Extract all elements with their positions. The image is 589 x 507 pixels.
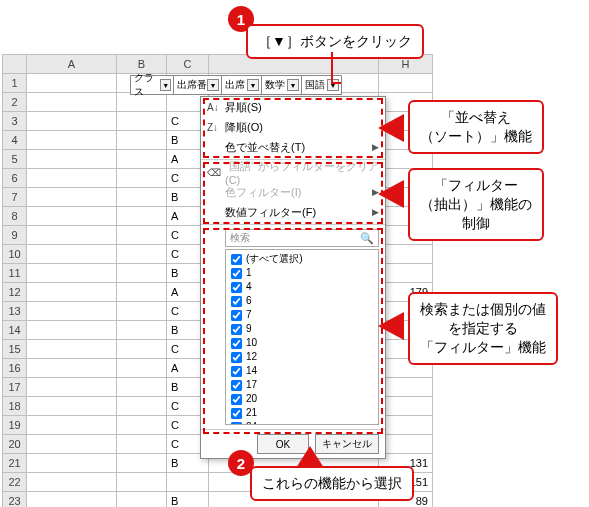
cell[interactable]: [117, 150, 167, 169]
cell[interactable]: [379, 74, 433, 93]
row-header[interactable]: 13: [3, 302, 27, 321]
row-header[interactable]: 17: [3, 378, 27, 397]
cell[interactable]: [27, 283, 117, 302]
row-header[interactable]: 2: [3, 93, 27, 112]
cell[interactable]: [117, 416, 167, 435]
cell[interactable]: [27, 435, 117, 454]
cell[interactable]: [117, 435, 167, 454]
filter-dropdown-button[interactable]: ▼: [247, 79, 259, 91]
cell[interactable]: [117, 340, 167, 359]
cell[interactable]: [27, 207, 117, 226]
row-header[interactable]: 1: [3, 74, 27, 93]
cell[interactable]: [117, 454, 167, 473]
cell[interactable]: [27, 397, 117, 416]
row-header[interactable]: 10: [3, 245, 27, 264]
row-header[interactable]: 15: [3, 340, 27, 359]
cell[interactable]: [27, 264, 117, 283]
filter-check-item[interactable]: 17: [230, 378, 374, 392]
sort-by-color[interactable]: 色で並べ替え(T) ▶: [201, 137, 385, 157]
cell[interactable]: [117, 283, 167, 302]
filter-dropdown-button[interactable]: ▼: [287, 79, 299, 91]
filter-check-item[interactable]: (すべて選択): [230, 252, 374, 266]
cell[interactable]: [117, 492, 167, 508]
cancel-button[interactable]: キャンセル: [315, 434, 379, 454]
select-all-corner[interactable]: [3, 55, 27, 74]
cell[interactable]: [27, 93, 117, 112]
cell[interactable]: [379, 435, 433, 454]
cell[interactable]: [117, 188, 167, 207]
cell[interactable]: [27, 245, 117, 264]
cell[interactable]: [27, 340, 117, 359]
cell[interactable]: [117, 264, 167, 283]
filter-search-input[interactable]: 検索 🔍: [225, 229, 379, 247]
cell[interactable]: [27, 378, 117, 397]
cell[interactable]: [27, 188, 117, 207]
cell[interactable]: [27, 416, 117, 435]
cell[interactable]: [27, 321, 117, 340]
cell[interactable]: [27, 150, 117, 169]
cell[interactable]: [27, 226, 117, 245]
row-header[interactable]: 21: [3, 454, 27, 473]
sort-descending[interactable]: Z↓ 降順(O): [201, 117, 385, 137]
cell[interactable]: [27, 473, 117, 492]
cell[interactable]: [27, 454, 117, 473]
cell[interactable]: [27, 74, 117, 93]
row-header[interactable]: 4: [3, 131, 27, 150]
filter-check-item[interactable]: 10: [230, 336, 374, 350]
filter-check-item[interactable]: 12: [230, 350, 374, 364]
filter-check-item[interactable]: 6: [230, 294, 374, 308]
cell[interactable]: [379, 416, 433, 435]
filter-dropdown-button[interactable]: ▼: [327, 79, 339, 91]
cell[interactable]: [27, 112, 117, 131]
cell[interactable]: [117, 226, 167, 245]
cell[interactable]: [117, 245, 167, 264]
cell[interactable]: [117, 207, 167, 226]
row-header[interactable]: 18: [3, 397, 27, 416]
filter-checklist[interactable]: (すべて選択)14679101214172021242829: [225, 249, 379, 425]
cell[interactable]: [117, 169, 167, 188]
sort-ascending[interactable]: A↓ 昇順(S): [201, 97, 385, 117]
cell[interactable]: [117, 302, 167, 321]
filter-check-item[interactable]: 14: [230, 364, 374, 378]
filter-check-item[interactable]: 9: [230, 322, 374, 336]
cell[interactable]: [27, 492, 117, 508]
row-header[interactable]: 5: [3, 150, 27, 169]
cell[interactable]: [117, 321, 167, 340]
number-filter[interactable]: 数値フィルター(F) ▶: [201, 202, 385, 222]
filter-check-item[interactable]: 1: [230, 266, 374, 280]
row-header[interactable]: 9: [3, 226, 27, 245]
cell[interactable]: [379, 245, 433, 264]
row-header[interactable]: 16: [3, 359, 27, 378]
cell[interactable]: [117, 359, 167, 378]
cell[interactable]: [379, 378, 433, 397]
cell[interactable]: [117, 473, 167, 492]
cell[interactable]: [379, 397, 433, 416]
row-header[interactable]: 8: [3, 207, 27, 226]
row-header[interactable]: 12: [3, 283, 27, 302]
row-header[interactable]: 23: [3, 492, 27, 508]
row-header[interactable]: 14: [3, 321, 27, 340]
row-header[interactable]: 20: [3, 435, 27, 454]
cell[interactable]: [27, 302, 117, 321]
filter-check-item[interactable]: 21: [230, 406, 374, 420]
filter-dropdown-button[interactable]: ▼: [160, 79, 171, 91]
col-header-A[interactable]: A: [27, 55, 117, 74]
cell[interactable]: [167, 473, 209, 492]
row-header[interactable]: 11: [3, 264, 27, 283]
cell[interactable]: [117, 112, 167, 131]
cell[interactable]: [117, 397, 167, 416]
filter-dropdown-button[interactable]: ▼: [207, 79, 219, 91]
row-header[interactable]: 19: [3, 416, 27, 435]
row-header[interactable]: 3: [3, 112, 27, 131]
filter-check-item[interactable]: 4: [230, 280, 374, 294]
filter-check-item[interactable]: 20: [230, 392, 374, 406]
row-header[interactable]: 6: [3, 169, 27, 188]
cell[interactable]: B: [167, 492, 209, 508]
row-header[interactable]: 22: [3, 473, 27, 492]
cell[interactable]: [27, 131, 117, 150]
cell[interactable]: [117, 378, 167, 397]
filter-check-item[interactable]: 24: [230, 420, 374, 425]
filter-check-item[interactable]: 7: [230, 308, 374, 322]
cell[interactable]: [379, 264, 433, 283]
cell[interactable]: [27, 359, 117, 378]
